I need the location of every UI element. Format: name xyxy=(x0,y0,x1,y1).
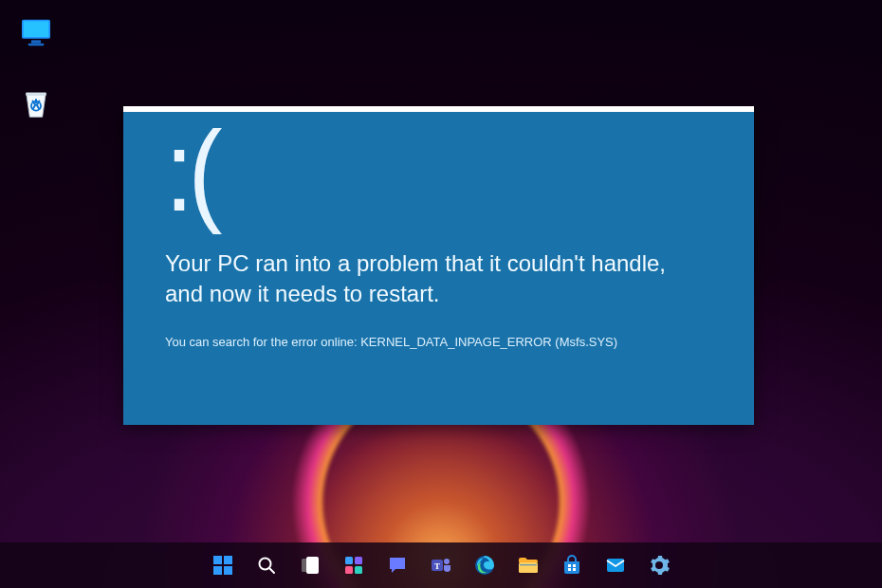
taskbar-items: T xyxy=(204,546,678,584)
edge-icon xyxy=(473,554,496,577)
svg-rect-23 xyxy=(568,564,571,567)
svg-rect-8 xyxy=(224,566,232,575)
svg-rect-24 xyxy=(573,564,576,567)
bsod-sad-face: :( xyxy=(165,125,661,216)
desktop-icon-this-pc[interactable] xyxy=(13,9,59,55)
chat-icon xyxy=(386,554,409,577)
task-view-icon xyxy=(299,554,322,577)
store-icon xyxy=(560,554,583,577)
svg-rect-1 xyxy=(24,21,49,37)
svg-rect-4 xyxy=(26,93,46,96)
folder-icon xyxy=(517,554,540,577)
windows-logo-icon xyxy=(211,554,234,577)
taskbar-chat-button[interactable] xyxy=(378,546,416,584)
recycle-bin-icon xyxy=(17,85,55,123)
svg-rect-3 xyxy=(28,44,45,46)
mail-icon xyxy=(604,554,627,577)
svg-text:T: T xyxy=(434,561,440,571)
taskbar-mail-button[interactable] xyxy=(597,546,634,584)
taskbar-file-explorer-button[interactable] xyxy=(509,546,547,584)
gear-icon xyxy=(648,554,671,577)
desktop-icon-recycle-bin[interactable] xyxy=(13,82,59,127)
svg-rect-25 xyxy=(568,568,571,571)
svg-rect-15 xyxy=(345,566,353,574)
svg-rect-22 xyxy=(520,564,537,565)
taskbar-task-view-button[interactable] xyxy=(291,546,329,584)
svg-rect-13 xyxy=(345,557,353,564)
svg-rect-5 xyxy=(213,556,222,564)
taskbar-start-button[interactable] xyxy=(204,546,242,584)
svg-line-10 xyxy=(269,568,274,573)
svg-rect-14 xyxy=(355,557,362,564)
svg-rect-16 xyxy=(355,566,362,574)
svg-rect-12 xyxy=(306,557,319,574)
taskbar-store-button[interactable] xyxy=(553,546,591,584)
monitor-icon xyxy=(17,13,55,51)
svg-rect-7 xyxy=(213,566,222,575)
svg-rect-2 xyxy=(31,40,41,43)
taskbar-edge-button[interactable] xyxy=(466,546,504,584)
desktop-icons xyxy=(13,9,59,127)
widgets-icon xyxy=(342,554,365,577)
taskbar-search-button[interactable] xyxy=(248,546,285,584)
taskbar-settings-button[interactable] xyxy=(640,546,678,584)
taskbar-widgets-button[interactable] xyxy=(335,546,373,584)
bsod-overlay: :( Your PC ran into a problem that it co… xyxy=(123,106,754,425)
bsod-error-hint: You can search for the error online: KER… xyxy=(165,335,716,349)
teams-icon: T xyxy=(430,554,452,577)
bsod-message: Your PC ran into a problem that it could… xyxy=(165,248,696,310)
svg-point-19 xyxy=(444,559,450,564)
svg-rect-26 xyxy=(573,568,576,571)
search-icon xyxy=(255,554,278,577)
taskbar: T xyxy=(0,542,882,588)
svg-rect-6 xyxy=(224,556,232,564)
svg-rect-21 xyxy=(519,562,538,573)
taskbar-teams-button[interactable]: T xyxy=(422,546,460,584)
